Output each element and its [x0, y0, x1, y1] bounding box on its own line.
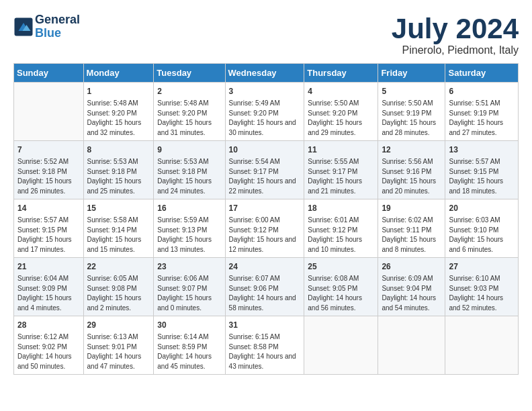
logo-icon	[13, 17, 34, 37]
calendar-cell: 23Sunrise: 6:06 AMSunset: 9:07 PMDayligh…	[154, 258, 225, 316]
calendar-cell: 24Sunrise: 6:07 AMSunset: 9:06 PMDayligh…	[225, 258, 304, 316]
cell-content: Sunrise: 6:03 AMSunset: 9:10 PMDaylight:…	[449, 216, 515, 255]
calendar-cell: 15Sunrise: 5:58 AMSunset: 9:14 PMDayligh…	[83, 199, 154, 258]
day-number: 18	[308, 202, 374, 214]
calendar-cell: 5Sunrise: 5:50 AMSunset: 9:19 PMDaylight…	[378, 83, 445, 141]
weekday-header-monday: Monday	[83, 64, 154, 83]
calendar-week-row-5: 28Sunrise: 6:12 AMSunset: 9:02 PMDayligh…	[14, 316, 519, 375]
logo-text-blue: Blue	[35, 27, 80, 40]
day-number: 15	[87, 202, 150, 214]
cell-content: Sunrise: 5:50 AMSunset: 9:19 PMDaylight:…	[382, 99, 441, 138]
calendar-cell	[445, 316, 519, 375]
page-header: General Blue July 2024 Pinerolo, Piedmon…	[13, 13, 519, 56]
calendar-table: SundayMondayTuesdayWednesdayThursdayFrid…	[13, 63, 519, 375]
cell-content: Sunrise: 6:05 AMSunset: 9:08 PMDaylight:…	[87, 274, 150, 313]
logo-text-general: General	[35, 13, 80, 27]
day-number: 30	[157, 319, 221, 331]
calendar-cell: 1Sunrise: 5:48 AMSunset: 9:20 PMDaylight…	[83, 83, 154, 141]
cell-content: Sunrise: 6:04 AMSunset: 9:09 PMDaylight:…	[17, 274, 80, 313]
cell-content: Sunrise: 6:12 AMSunset: 9:02 PMDaylight:…	[17, 332, 80, 371]
cell-content: Sunrise: 5:51 AMSunset: 9:19 PMDaylight:…	[449, 99, 515, 138]
title-section: July 2024 Pinerolo, Piedmont, Italy	[392, 13, 519, 56]
cell-content: Sunrise: 5:56 AMSunset: 9:16 PMDaylight:…	[382, 157, 441, 196]
logo: General Blue	[13, 13, 80, 40]
cell-content: Sunrise: 5:49 AMSunset: 9:20 PMDaylight:…	[229, 99, 301, 138]
calendar-cell	[304, 316, 378, 375]
cell-content: Sunrise: 5:52 AMSunset: 9:18 PMDaylight:…	[17, 157, 80, 196]
cell-content: Sunrise: 5:58 AMSunset: 9:14 PMDaylight:…	[87, 216, 150, 255]
calendar-cell: 11Sunrise: 5:55 AMSunset: 9:17 PMDayligh…	[304, 141, 378, 199]
day-number: 29	[87, 319, 150, 331]
weekday-header-thursday: Thursday	[304, 64, 378, 83]
weekday-header-sunday: Sunday	[14, 64, 84, 83]
day-number: 20	[449, 202, 515, 214]
calendar-cell: 6Sunrise: 5:51 AMSunset: 9:19 PMDaylight…	[445, 83, 519, 141]
day-number: 24	[229, 261, 301, 273]
cell-content: Sunrise: 5:54 AMSunset: 9:17 PMDaylight:…	[229, 157, 301, 196]
calendar-cell	[14, 83, 84, 141]
calendar-cell: 12Sunrise: 5:56 AMSunset: 9:16 PMDayligh…	[378, 141, 445, 199]
cell-content: Sunrise: 5:55 AMSunset: 9:17 PMDaylight:…	[308, 157, 374, 196]
calendar-week-row-1: 1Sunrise: 5:48 AMSunset: 9:20 PMDaylight…	[14, 83, 519, 141]
cell-content: Sunrise: 5:50 AMSunset: 9:20 PMDaylight:…	[308, 99, 374, 138]
calendar-cell: 14Sunrise: 5:57 AMSunset: 9:15 PMDayligh…	[14, 199, 84, 258]
day-number: 19	[382, 202, 441, 214]
cell-content: Sunrise: 6:08 AMSunset: 9:05 PMDaylight:…	[308, 274, 374, 313]
location: Pinerolo, Piedmont, Italy	[392, 44, 519, 56]
calendar-cell: 13Sunrise: 5:57 AMSunset: 9:15 PMDayligh…	[445, 141, 519, 199]
cell-content: Sunrise: 5:57 AMSunset: 9:15 PMDaylight:…	[449, 157, 515, 196]
calendar-cell: 21Sunrise: 6:04 AMSunset: 9:09 PMDayligh…	[14, 258, 84, 316]
cell-content: Sunrise: 5:59 AMSunset: 9:13 PMDaylight:…	[157, 216, 221, 255]
calendar-cell: 4Sunrise: 5:50 AMSunset: 9:20 PMDaylight…	[304, 83, 378, 141]
day-number: 4	[308, 85, 374, 97]
day-number: 6	[449, 85, 515, 97]
calendar-cell: 25Sunrise: 6:08 AMSunset: 9:05 PMDayligh…	[304, 258, 378, 316]
day-number: 10	[229, 144, 301, 156]
calendar-cell: 29Sunrise: 6:13 AMSunset: 9:01 PMDayligh…	[83, 316, 154, 375]
calendar-cell: 31Sunrise: 6:15 AMSunset: 8:58 PMDayligh…	[225, 316, 304, 375]
cell-content: Sunrise: 6:10 AMSunset: 9:03 PMDaylight:…	[449, 274, 515, 313]
cell-content: Sunrise: 5:57 AMSunset: 9:15 PMDaylight:…	[17, 216, 80, 255]
cell-content: Sunrise: 6:01 AMSunset: 9:12 PMDaylight:…	[308, 216, 374, 255]
day-number: 13	[449, 144, 515, 156]
weekday-header-saturday: Saturday	[445, 64, 519, 83]
weekday-header-row: SundayMondayTuesdayWednesdayThursdayFrid…	[14, 64, 519, 83]
calendar-cell: 2Sunrise: 5:48 AMSunset: 9:20 PMDaylight…	[154, 83, 225, 141]
calendar-cell: 18Sunrise: 6:01 AMSunset: 9:12 PMDayligh…	[304, 199, 378, 258]
calendar-cell: 19Sunrise: 6:02 AMSunset: 9:11 PMDayligh…	[378, 199, 445, 258]
day-number: 26	[382, 261, 441, 273]
weekday-header-wednesday: Wednesday	[225, 64, 304, 83]
month-title: July 2024	[392, 13, 519, 44]
day-number: 16	[157, 202, 221, 214]
weekday-header-friday: Friday	[378, 64, 445, 83]
day-number: 1	[87, 85, 150, 97]
day-number: 22	[87, 261, 150, 273]
calendar-cell: 16Sunrise: 5:59 AMSunset: 9:13 PMDayligh…	[154, 199, 225, 258]
calendar-week-row-3: 14Sunrise: 5:57 AMSunset: 9:15 PMDayligh…	[14, 199, 519, 258]
cell-content: Sunrise: 5:53 AMSunset: 9:18 PMDaylight:…	[157, 157, 221, 196]
day-number: 25	[308, 261, 374, 273]
calendar-cell: 10Sunrise: 5:54 AMSunset: 9:17 PMDayligh…	[225, 141, 304, 199]
calendar-cell: 9Sunrise: 5:53 AMSunset: 9:18 PMDaylight…	[154, 141, 225, 199]
day-number: 9	[157, 144, 221, 156]
day-number: 2	[157, 85, 221, 97]
day-number: 7	[17, 144, 80, 156]
calendar-cell: 26Sunrise: 6:09 AMSunset: 9:04 PMDayligh…	[378, 258, 445, 316]
cell-content: Sunrise: 6:02 AMSunset: 9:11 PMDaylight:…	[382, 216, 441, 255]
cell-content: Sunrise: 6:13 AMSunset: 9:01 PMDaylight:…	[87, 332, 150, 371]
cell-content: Sunrise: 6:06 AMSunset: 9:07 PMDaylight:…	[157, 274, 221, 313]
cell-content: Sunrise: 6:14 AMSunset: 8:59 PMDaylight:…	[157, 332, 221, 371]
cell-content: Sunrise: 5:48 AMSunset: 9:20 PMDaylight:…	[87, 99, 150, 138]
calendar-cell: 27Sunrise: 6:10 AMSunset: 9:03 PMDayligh…	[445, 258, 519, 316]
calendar-cell: 7Sunrise: 5:52 AMSunset: 9:18 PMDaylight…	[14, 141, 84, 199]
day-number: 17	[229, 202, 301, 214]
day-number: 14	[17, 202, 80, 214]
calendar-cell: 3Sunrise: 5:49 AMSunset: 9:20 PMDaylight…	[225, 83, 304, 141]
day-number: 27	[449, 261, 515, 273]
weekday-header-tuesday: Tuesday	[154, 64, 225, 83]
day-number: 5	[382, 85, 441, 97]
day-number: 8	[87, 144, 150, 156]
cell-content: Sunrise: 5:48 AMSunset: 9:20 PMDaylight:…	[157, 99, 221, 138]
calendar-cell: 8Sunrise: 5:53 AMSunset: 9:18 PMDaylight…	[83, 141, 154, 199]
day-number: 23	[157, 261, 221, 273]
